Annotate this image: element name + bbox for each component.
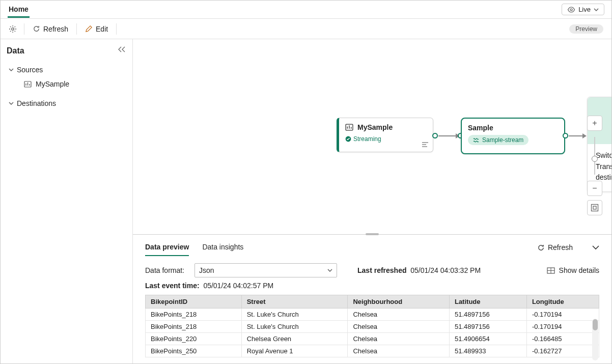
port-stream-out[interactable] (563, 133, 568, 138)
zoom-in-button[interactable]: + (587, 116, 602, 131)
data-format-value: Json (199, 266, 214, 274)
tab-home[interactable]: Home (8, 1, 30, 18)
live-mode-dropdown[interactable]: Live (562, 4, 604, 15)
collapse-preview-button[interactable] (592, 245, 599, 250)
port-source-out[interactable] (432, 133, 438, 138)
table-row[interactable]: BikePoints_220Chelsea GreenChelsea51.490… (146, 333, 599, 345)
zoom-slider-thumb[interactable] (592, 156, 598, 162)
destinations-label: Destinations (17, 99, 56, 107)
sources-tree-node[interactable]: Sources (7, 63, 126, 77)
settings-button[interactable] (5, 22, 21, 36)
table-row[interactable]: BikePoints_218St. Luke's ChurchChelsea51… (146, 321, 599, 333)
scrollbar-thumb[interactable] (593, 319, 598, 330)
chevron-down-icon (592, 245, 599, 250)
refresh-icon (33, 25, 40, 33)
collapse-sidebar-button[interactable] (118, 46, 125, 52)
stream-icon (473, 137, 480, 143)
chevron-down-icon (327, 269, 332, 272)
arrow-head-icon (582, 133, 587, 138)
stream-pill-label: Sample-stream (482, 136, 523, 144)
svg-rect-8 (593, 206, 596, 209)
col-bikepointid[interactable]: BikepointID (146, 295, 242, 309)
data-sidebar: Data Sources MySample Destinations (1, 39, 133, 363)
node-stream-title: Sample (468, 124, 558, 132)
fit-screen-icon (591, 204, 599, 212)
preview-pill: Preview (569, 24, 603, 34)
gear-icon (9, 25, 17, 33)
chevron-double-left-icon (118, 46, 125, 52)
tab-data-preview[interactable]: Data preview (145, 239, 189, 256)
node-source-title: MySample (357, 123, 393, 131)
details-icon (547, 267, 555, 274)
fit-to-screen-button[interactable] (587, 200, 602, 215)
refresh-button[interactable]: Refresh (27, 22, 73, 36)
sources-label: Sources (17, 66, 43, 74)
node-source-status: Streaming (353, 135, 381, 143)
panel-resize-handle[interactable] (366, 233, 379, 235)
edit-label: Edit (96, 25, 108, 33)
destinations-tree-node[interactable]: Destinations (7, 96, 126, 110)
show-details-button[interactable]: Show details (547, 266, 599, 274)
data-format-select[interactable]: Json (194, 263, 337, 277)
show-details-label: Show details (559, 266, 599, 274)
source-item-mysample[interactable]: MySample (7, 77, 126, 91)
pipeline-canvas[interactable]: MySample Streaming Sample S (133, 39, 611, 234)
refresh-icon (537, 244, 545, 251)
col-neighbourhood[interactable]: Neighbourhood (348, 295, 450, 309)
last-refreshed-label: Last refreshed (357, 266, 406, 274)
last-event-value: 05/01/24 04:02:57 PM (203, 282, 273, 290)
col-street[interactable]: Street (241, 295, 348, 309)
svg-point-1 (12, 27, 14, 30)
node-stream-sample[interactable]: Sample Sample-stream (461, 118, 565, 154)
stream-pill[interactable]: Sample-stream (468, 135, 528, 145)
table-row[interactable]: BikePoints_218St. Luke's ChurchChelsea51… (146, 309, 599, 321)
chevron-down-icon (9, 68, 14, 71)
chevron-down-icon (9, 102, 14, 105)
data-preview-table: BikepointID Street Neighbourhood Latitud… (145, 295, 599, 357)
pencil-icon (85, 25, 93, 33)
last-event-label: Last event time: (145, 282, 200, 290)
edit-button[interactable]: Edit (80, 22, 113, 36)
data-preview-panel: Data preview Data insights Refresh Data … (133, 234, 611, 363)
node-source-mysample[interactable]: MySample Streaming (337, 118, 433, 152)
table-scrollbar[interactable] (592, 319, 598, 360)
preview-refresh-label: Refresh (548, 243, 573, 251)
sidebar-title: Data (7, 46, 126, 55)
eye-icon (567, 7, 575, 13)
svg-rect-7 (592, 205, 598, 211)
tab-data-insights[interactable]: Data insights (202, 239, 243, 256)
chevron-down-icon (594, 8, 599, 11)
connector-source-to-stream (438, 135, 456, 136)
preview-refresh-button[interactable]: Refresh (537, 243, 573, 251)
col-longitude[interactable]: Longitude (526, 295, 599, 309)
zoom-out-button[interactable]: − (587, 181, 602, 196)
connector-stream-to-dest (569, 135, 583, 136)
table-row[interactable]: BikePoints_250Royal Avenue 1Chelsea51.48… (146, 345, 599, 357)
source-item-label: MySample (36, 80, 69, 88)
minus-icon: − (592, 184, 597, 193)
col-latitude[interactable]: Latitude (449, 295, 526, 309)
node-menu-button[interactable] (422, 142, 429, 148)
svg-point-0 (570, 9, 572, 11)
sample-data-icon (345, 124, 353, 131)
plus-icon: + (592, 119, 597, 128)
sample-data-icon (24, 81, 32, 88)
check-circle-icon (345, 136, 351, 142)
refresh-label: Refresh (43, 25, 68, 33)
menu-lines-icon (422, 142, 429, 148)
live-mode-label: Live (578, 6, 591, 13)
data-format-label: Data format: (145, 266, 184, 274)
zoom-slider[interactable] (594, 137, 595, 175)
last-refreshed-value: 05/01/24 04:03:32 PM (410, 266, 481, 274)
